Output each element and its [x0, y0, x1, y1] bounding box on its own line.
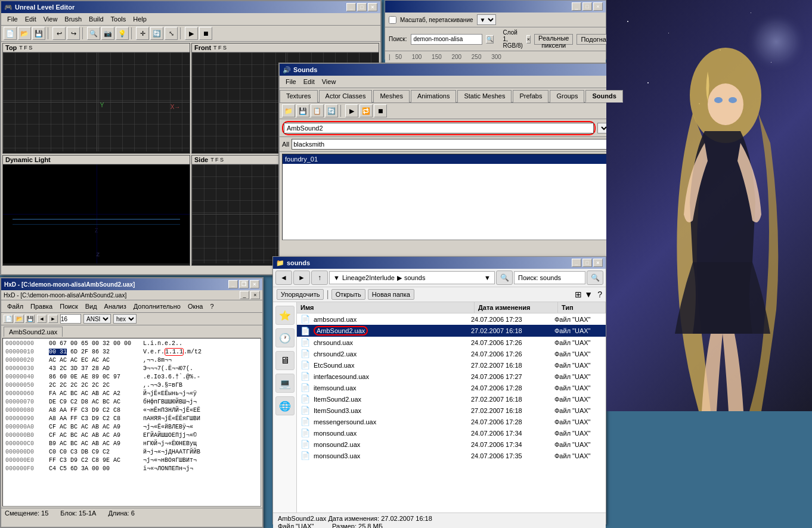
tb-new[interactable]: 📄 [4, 27, 17, 40]
tb-light[interactable]: 💡 [116, 27, 129, 40]
folder-back[interactable]: ◄ [275, 271, 292, 285]
ule-menu-tools[interactable]: Tools [107, 14, 130, 24]
ps-checkbox-m[interactable] [389, 16, 396, 24]
folder-up[interactable]: ↑ [311, 271, 328, 285]
hxd-tb-new[interactable]: 📄 [4, 315, 13, 323]
tb-redo[interactable]: ↪ [67, 27, 80, 40]
sounds-play-btn[interactable]: ▶ [345, 104, 358, 117]
hxd-file-tab[interactable]: AmbSound2.uax [4, 327, 63, 337]
folder-path-bar[interactable]: ▼ Lineage2Interlude ▶ sounds ▼ [329, 271, 495, 284]
sidebar-favorites[interactable]: ⭐ [275, 306, 295, 325]
folder-view-icons[interactable]: ⊞ ▼ [575, 290, 593, 299]
sounds-stop-btn[interactable]: ⏹ [374, 104, 387, 117]
folder-organize-btn[interactable]: Упорядочить [277, 289, 324, 300]
sounds-tb-3[interactable]: 📋 [311, 104, 324, 117]
folder-minimize[interactable]: _ [572, 259, 581, 267]
file-monsound[interactable]: 📄monsound.uax 24.07.2006 17:34 Файл "UAX… [297, 427, 606, 439]
hxd-menu-window[interactable]: Окна [184, 302, 207, 311]
hxd-tb-right[interactable]: ► [48, 315, 58, 323]
tb-search[interactable]: 🔍 [87, 27, 100, 40]
ps-win-close[interactable]: × [593, 2, 603, 11]
hxd-menu-help[interactable]: ? [206, 302, 217, 311]
path-dropdown[interactable]: ▼ [484, 274, 491, 281]
sounds-tb-4[interactable]: 🔄 [325, 104, 338, 117]
hxd-encoding-select[interactable]: ANSI [83, 314, 111, 324]
sounds-tb-2[interactable]: 💾 [296, 104, 309, 117]
tab-static-meshes[interactable]: Static Meshes [457, 90, 512, 103]
hxd-minimize[interactable]: _ [228, 280, 238, 288]
tab-textures[interactable]: Textures [280, 90, 318, 103]
sounds-menu-file[interactable]: File [282, 77, 300, 86]
file-itemsound2[interactable]: 📄ItemSound2.uax 27.02.2007 16:18 Файл "U… [297, 393, 606, 405]
hxd-tb-left[interactable]: ◄ [37, 315, 47, 323]
hxd-menu-search[interactable]: Поиск [56, 302, 81, 311]
folder-maximize[interactable]: □ [582, 259, 592, 267]
sidebar-network[interactable]: 🌐 [275, 396, 295, 415]
file-chrsound[interactable]: 📄chrsound.uax 24.07.2006 17:26 Файл "UAX… [297, 337, 606, 348]
file-itemsound[interactable]: 📄itemsound.uax 24.07.2006 17:28 Файл "UA… [297, 382, 606, 393]
ps-win-max[interactable]: □ [582, 2, 592, 11]
file-ambsound2[interactable]: 📄 AmbSound2.uax 27.02.2007 16:18 Файл "U… [297, 325, 606, 337]
hxd-tb-save[interactable]: 💾 [25, 315, 35, 323]
ule-menu-brush[interactable]: Brush [61, 14, 85, 24]
tb-save[interactable]: 💾 [32, 27, 45, 40]
col-type[interactable]: Тип [558, 302, 606, 313]
folder-search-launch[interactable]: 🔍 [496, 271, 513, 285]
file-monsound2[interactable]: 📄monsound2.uax 24.07.2006 17:34 Файл "UA… [297, 439, 606, 450]
folder-help-btn[interactable]: ? [597, 290, 602, 299]
tb-stop[interactable]: ⏹ [199, 27, 212, 40]
hxd-menu-extra[interactable]: Дополнительно [130, 302, 184, 311]
hxd-restore[interactable]: ❐ [239, 280, 249, 288]
ule-menu-build[interactable]: Build [85, 14, 107, 24]
hxd-menu-analyze[interactable]: Анализ [101, 302, 130, 311]
hxd-menu-edit[interactable]: Правка [27, 302, 56, 311]
tab-groups[interactable]: Groups [550, 90, 584, 103]
ps-layer-close[interactable]: × [526, 35, 531, 44]
hxd-tb-open[interactable]: 📂 [14, 315, 24, 323]
tab-animations[interactable]: Animations [411, 90, 456, 103]
file-monsound3[interactable]: 📄monsound3.uax 24.07.2006 17:35 Файл "UA… [297, 450, 606, 461]
file-messenger[interactable]: 📄messengersound.uax 24.07.2006 17:28 Фай… [297, 416, 606, 427]
col-name[interactable]: Имя [297, 302, 475, 313]
tb-move[interactable]: ✛ [136, 27, 149, 40]
ps-search-input[interactable] [411, 34, 482, 45]
ule-close[interactable]: × [368, 3, 377, 11]
tab-actor-classes[interactable]: Actor Classes [319, 90, 373, 103]
sounds-menu-edit[interactable]: Edit [300, 77, 318, 86]
folder-new-folder-btn[interactable]: Новая папка [368, 289, 414, 300]
hxd-hex-display[interactable]: 0000000000 67 00 65 00 32 00 00L.i.n.e.2… [2, 338, 261, 507]
sounds-menu-view[interactable]: View [318, 77, 340, 86]
file-interface[interactable]: 📄interfacesound.uax 24.07.2006 17:27 Фай… [297, 371, 606, 382]
ps-win-min[interactable]: _ [572, 2, 581, 11]
file-itemsound3[interactable]: 📄ItemSound3.uax 27.02.2007 16:18 Файл "U… [297, 405, 606, 416]
ps-search-go[interactable]: 🔍 [486, 35, 494, 44]
ule-minimize[interactable]: _ [346, 3, 356, 11]
hxd-inner-minimize[interactable]: _ [240, 291, 249, 299]
file-etcsound[interactable]: 📄EtcSound.uax 27.02.2007 16:18 Файл "UAX… [297, 359, 606, 371]
sounds-loop-btn[interactable]: 🔁 [359, 104, 373, 117]
folder-search-go[interactable]: 🔍 [587, 271, 603, 285]
folder-open-btn[interactable]: Открыть [331, 289, 365, 300]
hxd-view-select[interactable]: hex [113, 314, 137, 324]
tb-camera[interactable]: 📷 [101, 27, 114, 40]
ule-menu-help[interactable]: Help [129, 14, 150, 24]
ule-menu-view[interactable]: View [40, 14, 61, 24]
hxd-inner-close[interactable]: × [250, 291, 260, 299]
hxd-menu-view[interactable]: Вид [82, 302, 101, 311]
folder-forward[interactable]: ► [293, 271, 310, 285]
sidebar-computer[interactable]: 💻 [275, 374, 295, 393]
ps-dropdown[interactable]: ▼ [477, 14, 496, 25]
col-date[interactable]: Дата изменения [475, 302, 558, 313]
sounds-filter-input[interactable] [292, 139, 648, 150]
folder-search-input[interactable] [514, 271, 585, 284]
ule-menu-file[interactable]: File [4, 14, 21, 24]
tab-meshes[interactable]: Meshes [373, 90, 410, 103]
file-chrsound2[interactable]: 📄chrsound2.uax 24.07.2006 17:26 Файл "UA… [297, 348, 606, 359]
folder-close[interactable]: × [593, 259, 603, 267]
file-ambsound[interactable]: 📄ambsound.uax 24.07.2006 17:23 Файл "UAX… [297, 313, 606, 325]
tab-sounds[interactable]: Sounds [585, 90, 622, 103]
ule-menu-edit[interactable]: Edit [21, 14, 40, 24]
package-input[interactable] [284, 123, 594, 133]
hxd-menu-file[interactable]: Файл [4, 302, 27, 311]
tab-prefabs[interactable]: Prefabs [513, 90, 548, 103]
